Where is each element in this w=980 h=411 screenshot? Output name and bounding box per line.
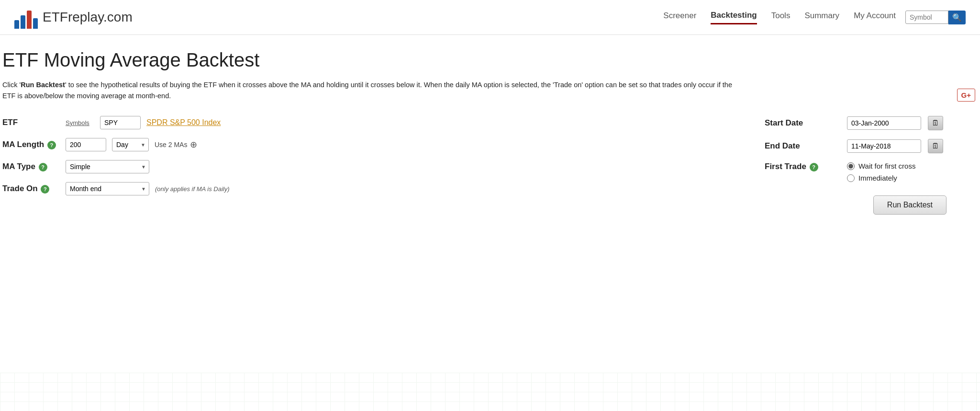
run-backtest-row: Run Backtest [765,195,966,215]
run-backtest-button[interactable]: Run Backtest [873,195,947,215]
logo-area: ETFreplay.com [14,6,663,29]
first-trade-wait-label: Wait for first cross [858,162,915,170]
nav-backtesting[interactable]: Backtesting [711,11,757,24]
ma-type-help-icon[interactable]: ? [39,163,47,171]
symbol-input[interactable] [905,11,948,24]
ma-type-select-container: Simple Exponential [66,160,149,173]
symbols-link[interactable]: Symbols [66,119,94,126]
nav-screener[interactable]: Screener [663,11,696,23]
trade-on-select[interactable]: Month end Immediately [66,182,149,195]
first-trade-immediately-label: Immediately [858,174,897,182]
first-trade-radio-group: Wait for first cross Immediately [847,162,915,182]
end-date-label: End Date [765,141,841,151]
ma-length-help-icon[interactable]: ? [47,141,56,149]
start-date-input[interactable] [847,116,921,130]
left-form: ETF Symbols SPDR S&P 500 Index MA Length… [2,116,736,204]
symbol-search: 🔍 [905,11,966,24]
end-date-row: End Date 🗓 [765,139,966,153]
first-trade-radio-wait[interactable] [847,162,855,170]
end-date-input[interactable] [847,139,921,153]
google-plus-button[interactable]: G+ [957,89,975,102]
first-trade-option-wait[interactable]: Wait for first cross [847,162,915,170]
nav-my-account[interactable]: My Account [854,11,896,23]
main-content: ETF Moving Average Backtest Click 'Run B… [0,35,980,224]
first-trade-help-icon[interactable]: ? [810,163,818,171]
etf-label: ETF [2,118,60,127]
nav-tools[interactable]: Tools [771,11,791,23]
first-trade-label: First Trade ? [765,162,841,171]
ma-length-input[interactable] [66,138,106,151]
ma-period-select[interactable]: Day Week Month [112,138,149,151]
etf-row: ETF Symbols SPDR S&P 500 Index [2,116,736,129]
etf-input[interactable] [100,116,141,129]
start-date-row: Start Date 🗓 [765,116,966,130]
first-trade-option-immediately[interactable]: Immediately [847,174,915,182]
form-area: ETF Symbols SPDR S&P 500 Index MA Length… [2,116,966,215]
ma-type-select[interactable]: Simple Exponential [66,160,149,173]
trade-on-select-container: Month end Immediately [66,182,149,195]
header: ETFreplay.com Screener Backtesting Tools… [0,0,980,35]
first-trade-radio-immediately[interactable] [847,174,855,182]
description-bold: Run Backtest [21,81,65,89]
trade-on-row: Trade On ? Month end Immediately (only a… [2,182,736,195]
page-title: ETF Moving Average Backtest [2,49,966,71]
use-2mas-label: Use 2 MAs [155,141,187,148]
start-date-calendar-button[interactable]: 🗓 [928,116,943,130]
description-suffix: ' to see the hypothetical results of buy… [2,81,732,100]
search-button[interactable]: 🔍 [948,11,966,24]
ma-length-label: MA Length ? [2,140,60,149]
start-date-label: Start Date [765,118,841,128]
main-nav: Screener Backtesting Tools Summary My Ac… [663,11,896,24]
right-form: Start Date 🗓 End Date 🗓 First Trade ? [765,116,966,215]
logo-icon [14,6,38,29]
etf-name-link[interactable]: SPDR S&P 500 Index [146,118,221,127]
ma-type-row: MA Type ? Simple Exponential [2,160,736,173]
ma-period-select-container: Day Week Month [112,138,149,151]
description: Click 'Run Backtest' to see the hypothet… [2,80,739,102]
nav-summary[interactable]: Summary [804,11,839,23]
trade-on-help-icon[interactable]: ? [41,185,49,194]
use-2mas: Use 2 MAs ⊕ [155,139,197,150]
end-date-calendar-button[interactable]: 🗓 [928,139,943,153]
ma-length-row: MA Length ? Day Week Month Use 2 MAs ⊕ [2,138,736,151]
use-2mas-icon[interactable]: ⊕ [190,139,197,150]
ma-type-label: MA Type ? [2,162,60,171]
first-trade-row: First Trade ? Wait for first cross Immed… [765,162,966,182]
trade-on-label: Trade On ? [2,184,60,194]
logo-text: ETFreplay.com [43,10,133,25]
trade-on-note: (only applies if MA is Daily) [155,185,230,193]
